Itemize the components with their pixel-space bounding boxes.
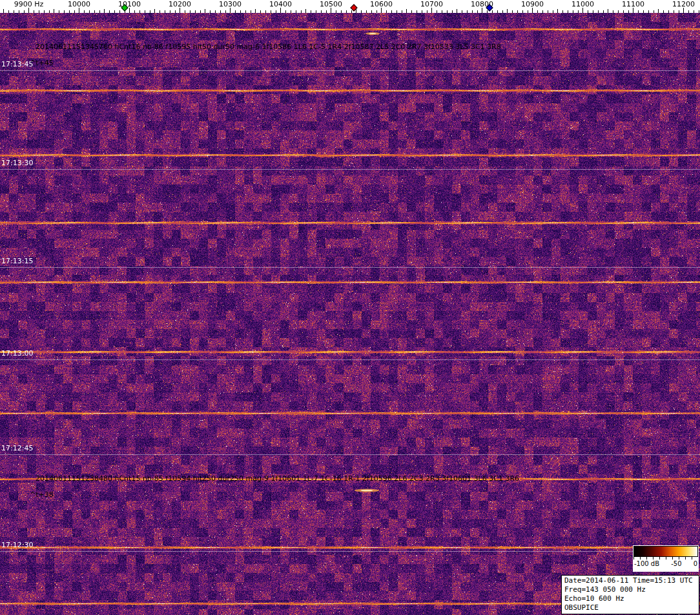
info-station-line: OBSUPICE [564,603,696,612]
freq-tick-label: 10400 [269,1,292,8]
meteor-event-time-tag-1: ^t+45 [30,59,54,67]
info-freq-line: Freq=143 050 000 Hz [564,585,696,594]
colorbar-gradient [633,546,698,557]
meteor-echo-spectrogram-screen: 9900 Hz100001010010200103001040010500106… [0,0,700,615]
freq-tick-label: 11000 [571,1,594,8]
freq-tick-label: 11200 [672,1,695,8]
observation-info-box: Date=2014-06-11 Time=15:13 UTC Freq=143 … [561,575,699,614]
time-tick-label: 17:12:45 [1,445,33,452]
colorbar-labels: -100 dB -50 0 [633,560,698,568]
freq-tick-label: 9900 Hz [14,1,44,8]
colorbar-mid-label: -50 [671,560,681,568]
frequency-ruler: 9900 Hz100001010010200103001040010500106… [0,0,700,13]
meteor-event-time-tag-2: ^t+38 [30,491,54,499]
info-date-line: Date=2014-06-11 Time=15:13 UTC [564,576,696,585]
colorbar-max-label: 0 [694,560,697,568]
frequency-ruler-ticks [0,0,700,13]
spectrogram-waterfall[interactable] [0,13,700,615]
freq-tick-label: 10500 [320,1,342,8]
freq-tick-label: 10000 [68,1,90,8]
meteor-event-annotation-1: 20140611151345760 hCnt16 nb-86 f10595 hi… [36,43,501,51]
freq-tick-label: 10300 [219,1,242,8]
time-tick-label: 17:12:30 [1,541,33,549]
freq-tick-label: 10200 [169,1,191,8]
time-tick-label: 17:13:00 [1,350,33,358]
time-tick-label: 17:13:45 [1,61,33,68]
freq-tick-label: 10700 [420,1,443,8]
intensity-colorbar: -100 dB -50 0 [633,545,699,572]
info-echo-line: Echo=10 600 Hz [564,594,696,603]
freq-tick-label: 11100 [622,1,644,8]
time-tick-label: 17:13:30 [1,159,33,167]
meteor-event-annotation-2: 20140611151238480 hCnt15 nb-85 f10594 hi… [36,475,519,483]
colorbar-min-label: -100 dB [634,560,659,568]
freq-tick-label: 10600 [370,1,393,8]
time-tick-label: 17:13:15 [1,257,33,265]
freq-tick-label: 10900 [521,1,544,8]
